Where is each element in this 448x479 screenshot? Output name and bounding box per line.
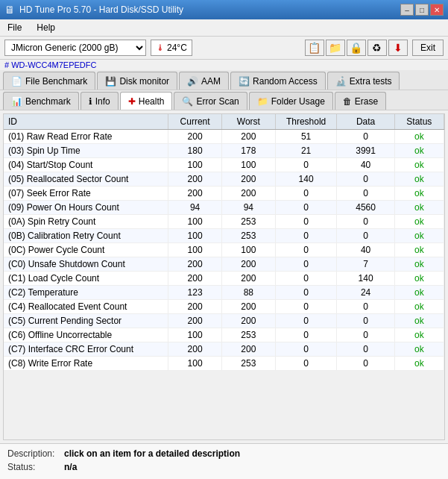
cell-data: 140 (337, 272, 394, 286)
tab-file-benchmark[interactable]: 📄 File Benchmark (3, 72, 95, 90)
title-bar: 🖥 HD Tune Pro 5.70 - Hard Disk/SSD Utili… (0, 0, 448, 19)
cell-worst: 200 (221, 300, 275, 314)
table-row[interactable]: (C7) Interface CRC Error Count 200 200 0… (4, 342, 444, 357)
cell-worst: 200 (221, 314, 275, 328)
description-value: click on an item for a detailed descript… (64, 448, 240, 459)
cell-current: 200 (168, 342, 222, 357)
table-row[interactable]: (0A) Spin Retry Count 100 253 0 0 ok (4, 215, 444, 229)
cell-threshold: 0 (275, 215, 337, 229)
header-status: Status (394, 114, 444, 130)
cell-threshold: 0 (275, 229, 337, 243)
cell-current: 200 (168, 300, 222, 314)
cell-current: 100 (168, 357, 222, 371)
cell-worst: 253 (221, 357, 275, 371)
cell-id: (04) Start/Stop Count (4, 158, 168, 172)
cell-status: ok (394, 243, 444, 257)
cell-id: (09) Power On Hours Count (4, 201, 168, 215)
table-row[interactable]: (0C) Power Cycle Count 100 100 0 40 ok (4, 243, 444, 257)
cell-threshold: 0 (275, 243, 337, 257)
table-row[interactable]: (C5) Current Pending Sector 200 200 0 0 … (4, 314, 444, 328)
smart-table: ID Current Worst Threshold Data Status (… (4, 114, 444, 371)
disk-label: # WD-WCC4M7EPEDFC (0, 60, 448, 70)
cell-data: 0 (337, 172, 394, 187)
table-row[interactable]: (04) Start/Stop Count 100 100 0 40 ok (4, 158, 444, 172)
cell-worst: 178 (221, 144, 275, 158)
table-row[interactable]: (01) Raw Read Error Rate 200 200 51 0 ok (4, 130, 444, 144)
table-row[interactable]: (0B) Calibration Retry Count 100 253 0 0… (4, 229, 444, 243)
table-row[interactable]: (03) Spin Up Time 180 178 21 3991 ok (4, 144, 444, 158)
temperature-display: 🌡 24°C (151, 40, 192, 56)
table-row[interactable]: (C0) Unsafe Shutdown Count 200 200 0 7 o… (4, 257, 444, 272)
cell-status: ok (394, 286, 444, 300)
tab-disk-monitor[interactable]: 💾 Disk monitor (97, 72, 177, 90)
tab-error-scan[interactable]: 🔍 Error Scan (174, 92, 247, 110)
cell-data: 3991 (337, 144, 394, 158)
cell-status: ok (394, 314, 444, 328)
cell-threshold: 0 (275, 286, 337, 300)
cell-id: (C5) Current Pending Sector (4, 314, 168, 328)
disk-selector[interactable]: JMicron Generic (2000 gB) (4, 40, 146, 56)
minimize-button[interactable]: – (400, 4, 414, 16)
cell-data: 40 (337, 158, 394, 172)
cell-status: ok (394, 130, 444, 144)
cell-data: 0 (337, 357, 394, 371)
cell-current: 100 (168, 243, 222, 257)
table-row[interactable]: (C8) Write Error Rate 100 253 0 0 ok (4, 357, 444, 371)
cell-status: ok (394, 328, 444, 342)
cell-status: ok (394, 357, 444, 371)
maximize-button[interactable]: □ (415, 4, 429, 16)
cell-data: 24 (337, 286, 394, 300)
info-icon-btn[interactable]: 📋 (305, 40, 324, 56)
exit-button[interactable]: Exit (412, 40, 444, 56)
cell-status: ok (394, 257, 444, 272)
cell-current: 200 (168, 172, 222, 187)
table-row[interactable]: (09) Power On Hours Count 94 94 0 4560 o… (4, 201, 444, 215)
tab-erase[interactable]: 🗑 Erase (335, 92, 386, 110)
cell-threshold: 0 (275, 300, 337, 314)
header-data: Data (337, 114, 394, 130)
table-row[interactable]: (05) Reallocated Sector Count 200 200 14… (4, 172, 444, 187)
recycle-icon-btn[interactable]: ♻ (367, 40, 387, 56)
cell-id: (C7) Interface CRC Error Count (4, 342, 168, 357)
table-row[interactable]: (C6) Offline Uncorrectable 100 253 0 0 o… (4, 328, 444, 342)
menu-file[interactable]: File (4, 21, 25, 34)
cell-worst: 200 (221, 272, 275, 286)
header-threshold: Threshold (275, 114, 337, 130)
close-button[interactable]: ✕ (430, 4, 444, 16)
tab-extra-tests[interactable]: 🔬 Extra tests (327, 72, 400, 90)
table-row[interactable]: (C2) Temperature 123 88 0 24 ok (4, 286, 444, 300)
cell-id: (0B) Calibration Retry Count (4, 229, 168, 243)
cell-id: (07) Seek Error Rate (4, 187, 168, 201)
cell-current: 100 (168, 229, 222, 243)
table-row[interactable]: (C4) Reallocated Event Count 200 200 0 0… (4, 300, 444, 314)
app-icon: 🖥 (4, 4, 15, 16)
lock-icon-btn[interactable]: 🔒 (347, 40, 366, 56)
cell-status: ok (394, 215, 444, 229)
cell-data: 40 (337, 243, 394, 257)
cell-id: (0C) Power Cycle Count (4, 243, 168, 257)
tab-info[interactable]: ℹ Info (81, 92, 119, 110)
table-row[interactable]: (07) Seek Error Rate 200 200 0 0 ok (4, 187, 444, 201)
tab-benchmark[interactable]: 📊 Benchmark (3, 92, 79, 110)
cell-data: 4560 (337, 201, 394, 215)
tab-random-access[interactable]: 🔄 Random Access (230, 72, 326, 90)
tab-health[interactable]: ✚ Health (120, 92, 173, 110)
cell-current: 200 (168, 314, 222, 328)
cell-threshold: 140 (275, 172, 337, 187)
cell-threshold: 0 (275, 272, 337, 286)
cell-threshold: 0 (275, 257, 337, 272)
cell-data: 0 (337, 342, 394, 357)
cell-data: 0 (337, 215, 394, 229)
download-icon-btn[interactable]: ⬇ (388, 40, 408, 56)
table-row[interactable]: (C1) Load Cycle Count 200 200 0 140 ok (4, 272, 444, 286)
menu-help[interactable]: Help (34, 21, 58, 34)
cell-worst: 200 (221, 342, 275, 357)
cell-current: 94 (168, 201, 222, 215)
tab-aam[interactable]: 🔊 AAM (179, 72, 229, 90)
cell-threshold: 0 (275, 201, 337, 215)
file-benchmark-icon: 📄 (11, 76, 22, 87)
folder-icon-btn[interactable]: 📁 (326, 40, 345, 56)
tab-folder-usage[interactable]: 📁 Folder Usage (249, 92, 333, 110)
cell-worst: 200 (221, 187, 275, 201)
smart-table-container[interactable]: ID Current Worst Threshold Data Status (… (3, 113, 445, 440)
